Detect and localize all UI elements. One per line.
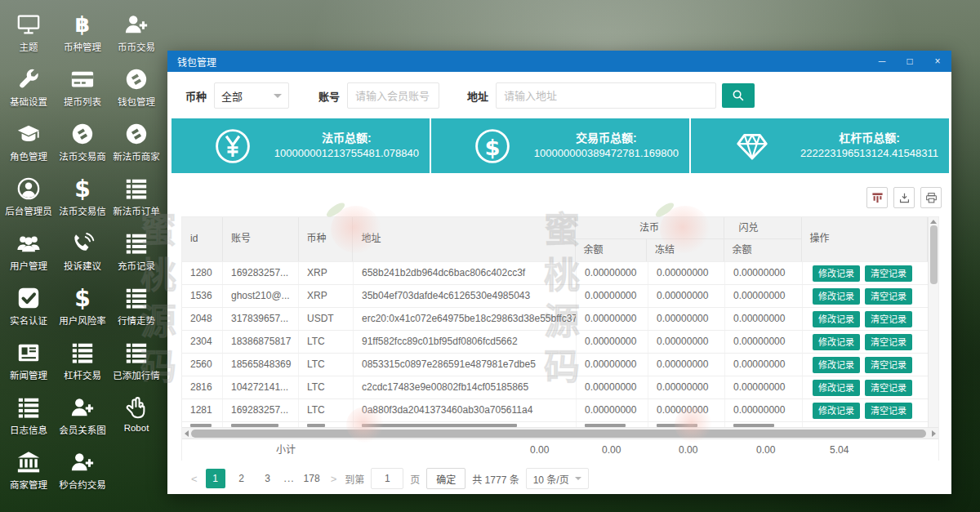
currency-select-value: 全部 [221,88,243,104]
modify-records-button[interactable]: 修改记录 [813,403,860,419]
wallet-manage-window: 钱包管理 ─ □ × 币种 全部 账号 地址 法币总额: 10000000121… [167,51,951,494]
scroll-up-arrow-icon[interactable] [930,220,937,224]
col-header-balance[interactable]: 余额 [576,239,648,261]
desktop-item-fiat-exchange[interactable]: 法币交易商 [56,116,109,171]
per-page-select[interactable]: 10 条/页 [526,468,589,489]
cell-account: 169283257... [223,399,299,421]
address-input[interactable] [496,82,716,109]
desktop-item-complaints[interactable]: 投诉建议 [56,225,109,280]
currency-select[interactable]: 全部 [214,82,289,109]
desktop-item-second-contract[interactable]: 秒合约交易 [56,444,109,499]
table-row[interactable]: 2304 18386875817 LTC 91ff582fcc89c01bf95… [182,330,938,353]
cell-flash-balance: 0.00000000 [725,285,803,307]
desktop-item-added-markets[interactable]: 已添加行情 [109,335,163,390]
svg-text:$: $ [74,176,91,201]
desktop-item-news-manage[interactable]: 新闻管理 [2,335,56,390]
vertical-scrollbar-thumb[interactable] [930,225,938,284]
table-row[interactable]: 1536 ghost210@... XRP 35b04ef703dafde4c6… [182,284,938,307]
desktop-item-withdraw-list[interactable]: 提币列表 [56,61,109,116]
jump-page-input[interactable] [371,468,403,489]
cell-actions: 修改记录 清空记录 [803,399,929,421]
yen-circle-icon [214,127,252,165]
export-button[interactable] [893,187,915,208]
table-row[interactable]: 2816 104272141... LTC c2cdc17483e9e00802… [182,376,938,398]
desktop-item-coin-manage[interactable]: ฿币种管理 [56,7,109,61]
leverage-total-label: 杠杆币总额: [800,131,938,146]
desktop-item-theme[interactable]: 主题 [2,7,56,61]
window-titlebar[interactable]: 钱包管理 ─ □ × [167,51,951,72]
horizontal-scrollbar[interactable] [182,427,938,439]
col-header-account[interactable]: 账号 [223,217,299,261]
modify-records-button[interactable]: 修改记录 [813,334,860,350]
desktop-item-role-manage[interactable]: 角色管理 [2,116,56,171]
cell-account: 18386875817 [223,331,299,353]
page-number-3[interactable]: 3 [258,469,278,488]
desktop-item-basic-settings[interactable]: 基础设置 [2,61,56,116]
desktop-item-user-manage[interactable]: 用户管理 [2,225,56,280]
horizontal-scrollbar-thumb[interactable] [191,430,926,438]
desktop-item-wallet-manage[interactable]: 钱包管理 [109,61,163,116]
print-button[interactable] [920,187,942,208]
prev-page-arrow[interactable]: < [189,473,199,485]
desktop-item-member-graph[interactable]: 会员关系图 [56,390,109,444]
desktop-item-deposit-records[interactable]: 充币记录 [109,225,163,280]
col-header-coin[interactable]: 币种 [299,217,354,261]
cell-coin: XRP [299,262,354,284]
user-plus-icon [124,12,149,37]
clear-records-button[interactable]: 清空记录 [865,334,912,350]
desktop-item-realname-auth[interactable]: 实名认证 [2,280,56,335]
clear-records-button[interactable]: 清空记录 [865,288,912,305]
vertical-scrollbar[interactable] [928,217,938,427]
cell-actions: 修改记录 清空记录 [803,262,929,284]
desktop-item-merchant-manage[interactable]: 商家管理 [2,444,56,499]
next-page-arrow[interactable]: > [329,473,339,485]
desktop-item-user-risk[interactable]: $用户风险率 [56,280,109,335]
desktop-item-market-trend[interactable]: 行情走势 [109,280,163,335]
desktop-item-new-fiat-merchant[interactable]: 新法币商家 [109,116,163,171]
page-number-1[interactable]: 1 [206,469,225,488]
page-number-2[interactable]: 2 [232,469,252,488]
desktop-item-log-info[interactable]: 日志信息 [2,390,56,444]
clear-records-button[interactable]: 清空记录 [865,265,912,282]
desktop-item-fiat-trade-info[interactable]: $法币交易信 [56,171,109,225]
modify-records-button[interactable]: 修改记录 [813,288,860,305]
table-row[interactable]: 2560 18565848369 LTC 0853315c0897e286591… [182,353,938,376]
chevron-down-icon [575,477,581,480]
maximize-button[interactable]: □ [896,51,924,72]
clear-records-button[interactable]: 清空记录 [865,357,912,373]
desktop-item-robot[interactable]: Robot [109,390,163,444]
desktop-item-leverage-trade[interactable]: 杠杆交易 [56,335,109,390]
subtotal-flash-balance: 0.00 [670,439,748,461]
col-header-address[interactable]: 地址 [353,217,575,261]
clear-records-button[interactable]: 清空记录 [865,311,912,327]
scroll-right-arrow-icon[interactable] [932,430,936,437]
search-button[interactable] [722,83,755,108]
modify-records-button[interactable]: 修改记录 [813,357,860,373]
table-row[interactable]: 1280 169283257... XRP 658b241b2db964dc6b… [182,261,938,284]
modify-records-button[interactable]: 修改记录 [813,380,860,396]
close-button[interactable]: × [924,51,951,72]
confirm-jump-button[interactable]: 确定 [426,468,466,489]
table-row[interactable]: 2048 317839657... USDT erc20:0x41c072e64… [182,307,938,330]
list-icon [124,341,149,365]
clear-records-button[interactable]: 清空记录 [865,380,912,396]
desktop-item-new-fiat-orders[interactable]: 新法币订单 [109,171,163,225]
scroll-left-arrow-icon[interactable] [185,430,189,437]
filter-columns-button[interactable] [866,187,888,208]
currency-filter-label: 币种 [185,88,207,104]
col-header-actions: 操作 [802,217,929,261]
modify-records-button[interactable]: 修改记录 [813,265,860,282]
account-input[interactable] [347,82,439,109]
clear-records-button[interactable]: 清空记录 [865,403,912,419]
minimize-button[interactable]: ─ [868,51,896,72]
col-header-flash-balance[interactable]: 余额 [724,239,801,261]
col-header-id[interactable]: id [182,217,223,261]
cell-account: ghost210@... [223,285,299,307]
table-row[interactable]: 1281 169283257... LTC 0a880f3da204137346… [182,398,938,421]
modify-records-button[interactable]: 修改记录 [813,311,860,327]
desktop-item-coin-trade[interactable]: 币币交易 [109,7,163,61]
page-number-last[interactable]: 178 [301,469,323,488]
desktop-item-admin[interactable]: 后台管理员 [2,171,56,225]
cell-frozen: 0.00000000 [648,331,725,353]
col-header-frozen[interactable]: 冻结 [647,239,723,261]
